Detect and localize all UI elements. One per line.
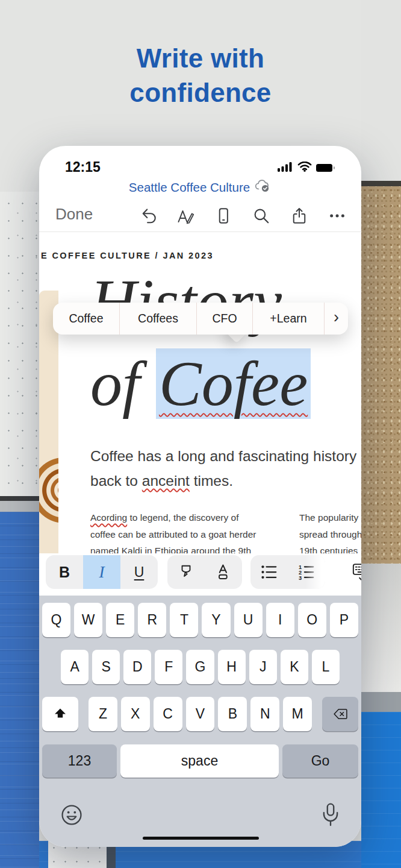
key-p[interactable]: P xyxy=(330,603,358,637)
key-c[interactable]: C xyxy=(154,697,182,731)
ink-editor-icon[interactable] xyxy=(176,206,195,225)
key-f[interactable]: F xyxy=(155,650,182,684)
format-toolbar: B I U xyxy=(39,553,361,596)
emoji-icon[interactable] xyxy=(60,803,84,827)
more-icon[interactable] xyxy=(328,206,347,225)
key-n[interactable]: N xyxy=(250,697,279,731)
column-left-line1: Acording to legend, the discovery of xyxy=(90,509,256,526)
key-j[interactable]: J xyxy=(249,650,277,684)
signal-bars-icon xyxy=(278,162,293,174)
key-e[interactable]: E xyxy=(106,603,134,637)
bold-button[interactable]: B xyxy=(46,555,83,589)
column-right-line2: spread through xyxy=(299,526,361,543)
dismiss-keyboard-icon[interactable] xyxy=(345,555,361,589)
key-z[interactable]: Z xyxy=(89,697,117,731)
column-left-line2: coffee can be attributed to a goat herde… xyxy=(90,526,256,543)
suggestion-popup-face: CoffeeCoffeesCFO+Learn› xyxy=(53,303,348,335)
heading-prefix: of xyxy=(90,348,156,419)
go-key[interactable]: Go xyxy=(282,744,358,778)
background-cork-board xyxy=(361,186,401,564)
toolbar-scroll-fade xyxy=(305,555,325,589)
phone-mockup: 12:15 Seattle xyxy=(39,146,361,847)
document-title[interactable]: Seattle Coffee Culture xyxy=(129,180,250,195)
suggestion-coffee[interactable]: Coffee xyxy=(53,303,119,335)
status-time: 12:15 xyxy=(65,159,101,175)
underline-label: U xyxy=(134,564,145,580)
list-group: 1 2 3 xyxy=(250,555,325,589)
background-whiteboard-left xyxy=(0,192,39,496)
intro-line1: Coffee has a long and fascinating histor… xyxy=(90,444,356,468)
suggestion-more-chevron-icon[interactable]: › xyxy=(325,303,348,335)
column-right-line1: The popularity xyxy=(299,509,361,526)
backspace-key[interactable] xyxy=(322,697,358,731)
key-s[interactable]: S xyxy=(92,650,120,684)
background-blue-tiles-left xyxy=(0,512,39,868)
key-o[interactable]: O xyxy=(298,603,326,637)
title-bar: Seattle Coffee Culture xyxy=(39,179,361,196)
search-icon[interactable] xyxy=(252,206,271,225)
suggestion-cfo[interactable]: CFO xyxy=(197,303,252,335)
keyboard-row2: ASDFGHJKL xyxy=(39,650,361,684)
space-key[interactable]: space xyxy=(120,744,279,778)
key-b[interactable]: B xyxy=(218,697,247,731)
background-ledge-left xyxy=(0,501,39,512)
key-g[interactable]: G xyxy=(186,650,214,684)
key-l[interactable]: L xyxy=(312,650,340,684)
top-toolbar: Done xyxy=(39,201,361,230)
home-indicator[interactable] xyxy=(143,837,259,840)
suggestion-popup: CoffeeCoffeesCFO+Learn› xyxy=(53,303,348,335)
done-button[interactable]: Done xyxy=(55,205,93,224)
key-v[interactable]: V xyxy=(186,697,215,731)
key-h[interactable]: H xyxy=(218,650,246,684)
svg-text:3: 3 xyxy=(299,575,302,581)
toolbar-divider xyxy=(39,231,361,232)
selected-misspelled-word[interactable]: Cofee xyxy=(156,348,311,419)
key-a[interactable]: A xyxy=(61,650,89,684)
shift-key[interactable] xyxy=(42,697,78,731)
hero-headline: Write with confidence xyxy=(0,41,401,110)
key-i[interactable]: I xyxy=(266,603,294,637)
mobile-view-icon[interactable] xyxy=(214,206,233,225)
numbers-key[interactable]: 123 xyxy=(42,744,117,778)
key-x[interactable]: X xyxy=(121,697,150,731)
share-icon[interactable] xyxy=(290,206,309,225)
dictation-icon[interactable] xyxy=(319,802,343,828)
keyboard-row3-letters: ZXCVBNM xyxy=(89,697,312,731)
suggestion-coffees[interactable]: Coffees xyxy=(120,303,196,335)
column-misspelled-word: Acording xyxy=(90,512,127,523)
background-cork-frame xyxy=(361,181,401,186)
document-intro: Coffee has a long and fascinating histor… xyxy=(90,444,356,493)
key-w[interactable]: W xyxy=(74,603,102,637)
key-q[interactable]: Q xyxy=(42,603,70,637)
key-k[interactable]: K xyxy=(281,650,308,684)
key-m[interactable]: M xyxy=(283,697,312,731)
keyboard-row3: ZXCVBNM xyxy=(39,697,361,731)
app-store-screenshot: Write with confidence 12:15 xyxy=(0,0,401,868)
bullet-list-icon[interactable] xyxy=(250,555,288,589)
suggestion-learn[interactable]: +Learn xyxy=(253,303,324,335)
intro-line2: back to anceint times. xyxy=(90,468,356,493)
column-right-line3: 19th centuries xyxy=(299,542,361,553)
key-t[interactable]: T xyxy=(170,603,198,637)
font-color-icon[interactable] xyxy=(205,555,242,589)
underline-button[interactable]: U xyxy=(120,555,158,589)
italic-button-active[interactable]: I xyxy=(83,555,120,589)
keyboard-row1: QWERTYUIOP xyxy=(39,603,361,637)
key-d[interactable]: D xyxy=(123,650,151,684)
background-blue-tiles-right xyxy=(361,712,401,868)
hero-line2: confidence xyxy=(0,75,401,110)
key-u[interactable]: U xyxy=(234,603,263,637)
undo-icon[interactable] xyxy=(139,206,158,225)
highlight-icon[interactable] xyxy=(167,555,205,589)
document-canvas[interactable]: E COFFEE CULTURE / JAN 2023 History of C… xyxy=(39,233,361,553)
column-left: Acording to legend, the discovery of cof… xyxy=(90,509,256,553)
column-left-line3: named Kaldi in Ethiopia around the 9th xyxy=(90,542,256,553)
background-ledge-line-left xyxy=(0,496,39,501)
keyboard: QWERTYUIOP ASDFGHJKL ZXCVBNM 123 space G… xyxy=(39,596,361,847)
key-y[interactable]: Y xyxy=(202,603,230,637)
intro-misspelled-word: anceint xyxy=(142,473,190,489)
column-right: The popularity spread through 19th centu… xyxy=(299,509,361,553)
column-left-line1-rest: to legend, the discovery of xyxy=(127,512,238,523)
document-kicker: E COFFEE CULTURE / JAN 2023 xyxy=(41,251,214,260)
key-r[interactable]: R xyxy=(138,603,166,637)
